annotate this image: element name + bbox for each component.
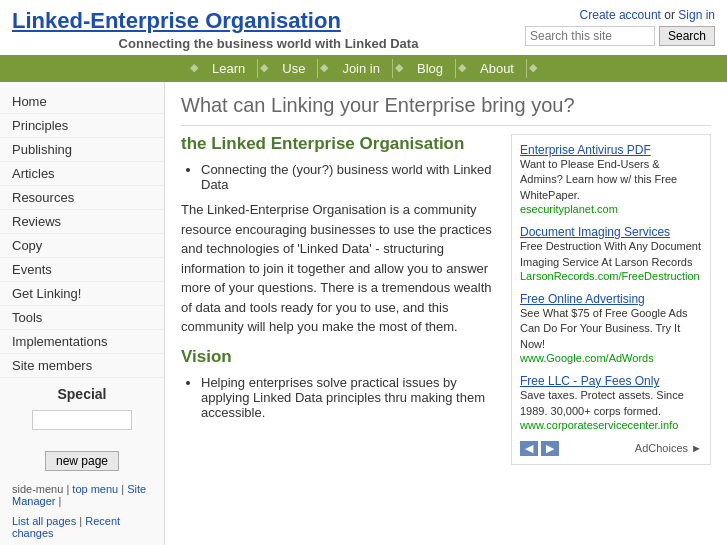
sidebar-item-tools[interactable]: Tools xyxy=(0,306,164,330)
ad-text-3: Save taxes. Protect assets. Since 1989. … xyxy=(520,388,702,419)
nav-item-use[interactable]: Use xyxy=(270,59,318,78)
ad-item-0: Enterprise Antivirus PDF Want to Please … xyxy=(520,143,702,215)
ad-navigation: ◀ ▶ AdChoices ► xyxy=(520,441,702,456)
sign-in-link[interactable]: Sign in xyxy=(678,8,715,22)
ad-title-1[interactable]: Document Imaging Services xyxy=(520,225,702,239)
new-page-button[interactable]: new page xyxy=(45,451,119,471)
header-left: Linked-Enterprise Organisation Connectin… xyxy=(12,8,525,51)
ad-text-0: Want to Please End-Users & Admins? Learn… xyxy=(520,157,702,203)
or-text: or xyxy=(661,8,678,22)
ads-block: Enterprise Antivirus PDF Want to Please … xyxy=(511,134,711,465)
sidebar-item-principles[interactable]: Principles xyxy=(0,114,164,138)
sidebar-item-get-linking[interactable]: Get Linking! xyxy=(0,282,164,306)
ad-title-0[interactable]: Enterprise Antivirus PDF xyxy=(520,143,702,157)
site-subtitle: Connecting the business world with Linke… xyxy=(12,36,525,51)
sidebar-item-events[interactable]: Events xyxy=(0,258,164,282)
ad-url-2: www.Google.com/AdWords xyxy=(520,352,702,364)
nav-item-blog[interactable]: Blog xyxy=(405,59,456,78)
create-account-link[interactable]: Create account xyxy=(580,8,661,22)
page-title: What can Linking your Enterprise bring y… xyxy=(181,94,711,126)
account-links: Create account or Sign in xyxy=(580,8,715,22)
ad-arrows: ◀ ▶ xyxy=(520,441,559,456)
nav-divider-4: ◆ xyxy=(395,59,403,78)
search-bar: Search xyxy=(525,26,715,46)
nav-divider-1: ◆ xyxy=(190,59,198,78)
main-content: What can Linking your Enterprise bring y… xyxy=(165,82,727,545)
sidebar-item-resources[interactable]: Resources xyxy=(0,186,164,210)
ad-text-1: Free Destruction With Any Document Imagi… xyxy=(520,239,702,270)
sidebar-item-reviews[interactable]: Reviews xyxy=(0,210,164,234)
nav-divider-6: ◆ xyxy=(529,59,537,78)
sidebar-item-site-members[interactable]: Site members xyxy=(0,354,164,378)
list-all-pages-link[interactable]: List all pages xyxy=(12,515,76,527)
ad-item-2: Free Online Advertising See What $75 of … xyxy=(520,292,702,364)
header-right: Create account or Sign in Search xyxy=(525,8,715,46)
search-input[interactable] xyxy=(525,26,655,46)
ad-choices-text: AdChoices xyxy=(635,442,688,454)
ad-choices: AdChoices ► xyxy=(635,442,702,454)
new-page-input[interactable] xyxy=(32,410,132,430)
ad-url-3: www.corporateservicecenter.info xyxy=(520,419,702,431)
nav-item-about[interactable]: About xyxy=(468,59,527,78)
nav-divider-2: ◆ xyxy=(260,59,268,78)
ad-item-3: Free LLC - Pay Fees Only Save taxes. Pro… xyxy=(520,374,702,431)
ad-url-0: esecurityplanet.com xyxy=(520,203,702,215)
ad-prev-button[interactable]: ◀ xyxy=(520,441,538,456)
content-wrapper: Home Principles Publishing Articles Reso… xyxy=(0,82,727,545)
sidebar-item-publishing[interactable]: Publishing xyxy=(0,138,164,162)
ad-text-2: See What $75 of Free Google Ads Can Do F… xyxy=(520,306,702,352)
ad-choices-arrow-icon: ► xyxy=(691,442,702,454)
sidebar-links2: List all pages | Recent changes xyxy=(0,511,164,543)
nav-divider-3: ◆ xyxy=(320,59,328,78)
sidebar-item-articles[interactable]: Articles xyxy=(0,162,164,186)
nav-divider-5: ◆ xyxy=(458,59,466,78)
nav-item-learn[interactable]: Learn xyxy=(200,59,258,78)
ad-next-button[interactable]: ▶ xyxy=(541,441,559,456)
ad-url-1: LarsonRecords.com/FreeDestruction xyxy=(520,270,702,282)
nav-item-joinin[interactable]: Join in xyxy=(330,59,393,78)
sidebar-item-implementations[interactable]: Implementations xyxy=(0,330,164,354)
sidebar: Home Principles Publishing Articles Reso… xyxy=(0,82,165,545)
search-button[interactable]: Search xyxy=(659,26,715,46)
ad-item-1: Document Imaging Services Free Destructi… xyxy=(520,225,702,282)
sidebar-item-home[interactable]: Home xyxy=(0,90,164,114)
sidebar-links: side-menu | top menu | Site Manager | xyxy=(0,479,164,511)
sidebar-pipe1: | xyxy=(118,483,127,495)
sidebar-item-copy[interactable]: Copy xyxy=(0,234,164,258)
sidebar-links-text: side-menu | xyxy=(12,483,72,495)
ad-title-3[interactable]: Free LLC - Pay Fees Only xyxy=(520,374,702,388)
sidebar-special-title: Special xyxy=(12,386,152,402)
header: Linked-Enterprise Organisation Connectin… xyxy=(0,0,727,55)
site-title[interactable]: Linked-Enterprise Organisation xyxy=(12,8,525,34)
main-body: Enterprise Antivirus PDF Want to Please … xyxy=(181,134,711,473)
ad-title-2[interactable]: Free Online Advertising xyxy=(520,292,702,306)
navbar: ◆ Learn ◆ Use ◆ Join in ◆ Blog ◆ About ◆ xyxy=(0,55,727,82)
sidebar-special: Special new page xyxy=(0,378,164,479)
top-menu-link[interactable]: top menu xyxy=(72,483,118,495)
